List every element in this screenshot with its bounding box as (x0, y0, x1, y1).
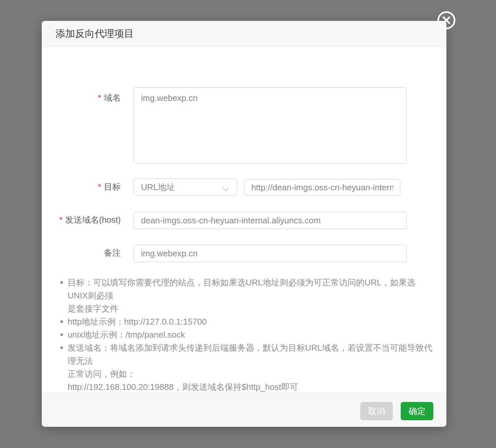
confirm-button[interactable]: 确定 (401, 402, 433, 420)
send-host-label: *发送域名(host) (42, 213, 121, 226)
target-url-input[interactable] (244, 179, 400, 196)
required-marker: * (98, 93, 101, 103)
domain-label: *域名 (42, 91, 121, 104)
note-line: 目标：可以填写你需要代理的站点，目标如果选URL地址则必须为可正常访问的URL，… (68, 276, 434, 302)
note-line: 是套接字文件 (68, 302, 434, 315)
note-line: http://192.168.100.20:19888，则发送域名保持$http… (68, 380, 434, 393)
target-type-select[interactable]: URL地址 (133, 178, 237, 196)
dialog-body: *域名 img.webexp.cn *目标 URL地址 *发送域名(host) … (42, 47, 446, 392)
note-line: 正常访问，例如： (68, 367, 434, 380)
dialog-footer: 取消 确定 (42, 393, 446, 427)
note-http-example: http地址示例：http://127.0.0.1:15700 (60, 315, 434, 328)
close-icon (437, 10, 456, 30)
note-line: 发送域名：将域名添加到请求头传递到后端服务器，默认为目标URL域名，若设置不当可… (68, 341, 434, 367)
add-reverse-proxy-dialog: 添加反向代理项目 *域名 img.webexp.cn *目标 URL地址 *发送… (42, 21, 446, 427)
note-target: 目标：可以填写你需要代理的站点，目标如果选URL地址则必须为可正常访问的URL，… (60, 276, 434, 315)
cancel-button[interactable]: 取消 (360, 402, 393, 420)
note-unix-example: unix地址示例：/tmp/panel.sock (60, 328, 434, 341)
dialog-header: 添加反向代理项目 (42, 21, 446, 47)
required-marker: * (59, 215, 62, 225)
bullet-dot (60, 346, 63, 349)
chevron-down-icon (222, 184, 229, 191)
bullet-dot (60, 333, 63, 336)
send-host-input[interactable] (133, 212, 407, 229)
target-label: *目标 (42, 180, 121, 193)
required-marker: * (98, 182, 101, 192)
note-line: unix地址示例：/tmp/panel.sock (68, 328, 434, 341)
close-button[interactable] (437, 10, 456, 30)
remark-label: 备注 (42, 246, 121, 259)
note-line: http地址示例：http://127.0.0.1:15700 (68, 315, 434, 328)
bullet-dot (60, 320, 63, 323)
bullet-dot (60, 281, 63, 284)
dialog-title: 添加反向代理项目 (55, 27, 134, 40)
domain-textarea[interactable]: img.webexp.cn (133, 87, 407, 164)
remark-input[interactable] (133, 245, 407, 262)
target-type-selected: URL地址 (141, 182, 222, 193)
